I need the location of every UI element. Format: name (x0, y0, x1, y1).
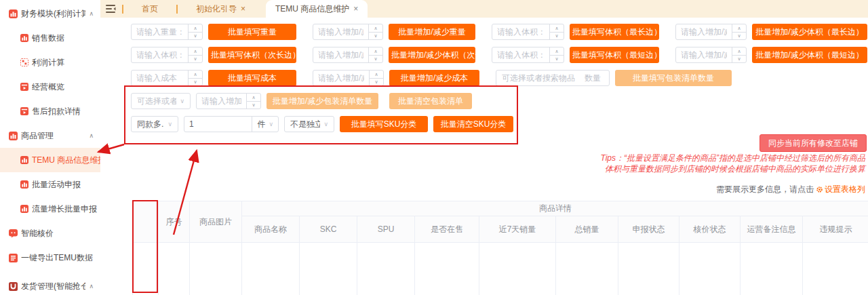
volume-shortest-adjust-input[interactable] (675, 47, 747, 63)
batch-adjust-weight-button[interactable]: 批量增加/减少重量 (389, 24, 475, 40)
volume-second-adjust-input-field[interactable] (313, 47, 368, 62)
cost-adjust-input-field[interactable] (313, 71, 369, 85)
number-stepper[interactable] (246, 94, 260, 109)
stepper-up-icon[interactable] (550, 47, 564, 56)
number-stepper[interactable] (549, 24, 564, 39)
volume-second-input[interactable] (131, 47, 203, 63)
stepper-down-icon[interactable] (550, 33, 564, 40)
sku-count-input[interactable]: 件 (184, 116, 279, 132)
sidebar-item-temu-product-info[interactable]: TEMU 商品信息维护 (0, 148, 100, 172)
weight-input[interactable] (131, 24, 203, 40)
number-stepper[interactable] (732, 47, 746, 62)
batch-fill-volume-longest-button[interactable]: 批量填写体积（最长边） (570, 24, 659, 40)
stepper-down-icon[interactable] (189, 79, 202, 86)
sidebar-item-operation-overview[interactable]: 经营概览 (0, 75, 100, 99)
stepper-down-icon[interactable] (369, 33, 382, 40)
volume-shortest-adjust-input-field[interactable] (676, 47, 732, 62)
volume-shortest-input-field[interactable] (492, 47, 549, 62)
stepper-down-icon[interactable] (732, 56, 746, 63)
sidebar-item-shipping-management[interactable]: 发货管理(智能抢仓) (0, 274, 100, 295)
weight-adjust-input-field[interactable] (313, 24, 368, 39)
stepper-up-icon[interactable] (369, 47, 382, 56)
sidebar-item-profit-calc[interactable]: 利润计算 (0, 50, 100, 75)
package-adjust-input-field[interactable] (197, 94, 246, 109)
stepper-down-icon[interactable] (247, 102, 260, 109)
volume-longest-adjust-input[interactable] (675, 24, 747, 40)
number-stepper[interactable] (188, 24, 202, 39)
number-stepper[interactable] (368, 47, 382, 62)
cost-input-field[interactable] (132, 71, 188, 85)
batch-adjust-package-qty-button[interactable]: 批量增加/减少包装清单数量 (267, 93, 378, 109)
cost-adjust-input[interactable] (313, 70, 384, 86)
package-adjust-input[interactable] (196, 93, 261, 109)
sidebar-item-export-temu-data[interactable]: 一键导出TEMU数据 (0, 245, 100, 270)
sync-all-changes-button[interactable]: 同步当前所有修改至店铺 (760, 134, 867, 152)
batch-fill-volume-second-button[interactable]: 批量填写体积（次长边） (208, 47, 296, 63)
stepper-down-icon[interactable] (189, 33, 202, 40)
stepper-down-icon[interactable] (732, 33, 746, 40)
number-stepper[interactable] (188, 47, 202, 62)
stepper-up-icon[interactable] (189, 71, 202, 79)
tab-home[interactable]: 首页 (130, 0, 170, 18)
volume-longest-input[interactable] (492, 24, 564, 40)
weight-adjust-input[interactable] (313, 24, 383, 40)
batch-adjust-volume-longest-button[interactable]: 批量增加/减少体积（最长边） (752, 24, 867, 40)
close-icon[interactable]: × (241, 4, 245, 14)
stepper-up-icon[interactable] (732, 47, 746, 56)
stepper-down-icon[interactable] (369, 56, 382, 63)
volume-shortest-input[interactable] (492, 47, 564, 63)
stepper-up-icon[interactable] (369, 24, 382, 33)
column-header-skc: SKC (300, 216, 357, 243)
sidebar-item-sales-data[interactable]: 销售数据 (0, 26, 100, 50)
batch-fill-weight-button[interactable]: 批量填写重量 (208, 24, 296, 40)
collapse-sidebar-icon[interactable] (106, 5, 116, 13)
batch-fill-cost-button[interactable]: 批量填写成本 (208, 70, 296, 86)
volume-longest-input-field[interactable] (492, 24, 549, 39)
volume-second-input-field[interactable] (132, 47, 188, 62)
stepper-up-icon[interactable] (370, 71, 383, 79)
batch-clear-sku-category-button[interactable]: 批量清空SKU分类 (433, 116, 513, 132)
stepper-up-icon[interactable] (550, 24, 564, 33)
tab-init-guide[interactable]: 初始化引导 × (184, 0, 258, 18)
stepper-down-icon[interactable] (189, 56, 202, 63)
chart-icon (9, 132, 18, 140)
set-table-columns-link[interactable]: 设置表格列 (816, 184, 865, 195)
batch-clear-package-button[interactable]: 批量清空包装清单 (389, 93, 472, 109)
batch-fill-volume-shortest-button[interactable]: 批量填写体积（最短边） (570, 47, 659, 63)
stepper-up-icon[interactable] (189, 24, 202, 33)
batch-adjust-cost-button[interactable]: 批量增加/减少成本 (389, 70, 479, 86)
unit-select[interactable]: 件 (252, 117, 278, 132)
number-stepper[interactable] (549, 47, 564, 62)
number-stepper[interactable] (369, 71, 383, 85)
weight-input-field[interactable] (132, 24, 188, 39)
sidebar-item-batch-activity[interactable]: 批量活动申报 (0, 172, 100, 197)
number-stepper[interactable] (188, 71, 202, 85)
sidebar-item-product-management[interactable]: 商品管理 (0, 123, 100, 148)
tab-temu-product-info[interactable]: TEMU 商品信息维护 × (266, 0, 368, 18)
number-stepper[interactable] (732, 24, 746, 39)
sidebar-item-finance-module[interactable]: 财务模块(利润计算) (0, 1, 100, 26)
sidebar-item-aftersale-deduction[interactable]: 售后扣款详情 (0, 99, 100, 123)
batch-fill-package-qty-button[interactable]: 批量填写包装清单数量 (615, 70, 732, 86)
cost-input[interactable] (131, 70, 203, 86)
batch-adjust-volume-shortest-button[interactable]: 批量增加/减少体积（最短边） (752, 47, 867, 63)
sidebar-item-traffic-growth[interactable]: 流量增长批量申报 (0, 197, 100, 221)
stepper-up-icon[interactable] (189, 47, 202, 56)
stepper-down-icon[interactable] (370, 79, 383, 86)
stepper-up-icon[interactable] (732, 24, 746, 33)
volume-second-adjust-input[interactable] (313, 47, 383, 63)
sidebar-item-smart-pricing[interactable]: 智能核价 (0, 221, 100, 245)
independent-select[interactable]: 不是独立... (284, 116, 334, 132)
close-icon[interactable]: × (353, 4, 358, 14)
stepper-up-icon[interactable] (247, 94, 260, 102)
chart-icon (20, 180, 28, 189)
package-search-select[interactable]: 可选择或者搜索... (131, 93, 191, 109)
sku-mode-select[interactable]: 同款多... (131, 116, 178, 132)
number-stepper[interactable] (368, 24, 382, 39)
batch-adjust-volume-second-button[interactable]: 批量增加/减少体积（次长边） (389, 47, 475, 63)
volume-longest-adjust-input-field[interactable] (676, 24, 732, 39)
batch-fill-sku-category-button[interactable]: 批量填写SKU分类 (340, 116, 428, 132)
sku-count-input-field[interactable] (184, 117, 252, 132)
stepper-down-icon[interactable] (550, 56, 564, 63)
package-item-select[interactable]: 可选择或者搜索物品 数量 (496, 70, 610, 86)
